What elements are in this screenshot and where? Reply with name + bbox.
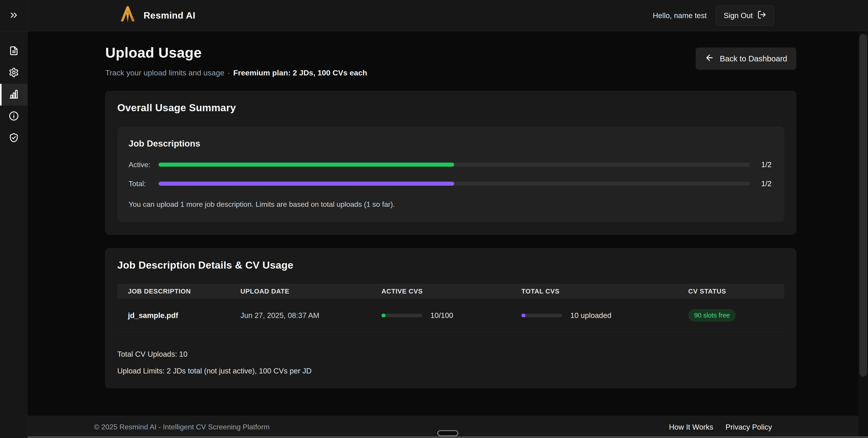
active-cvs-bar-track	[381, 314, 422, 317]
total-bar-label: Total:	[129, 180, 158, 188]
job-descriptions-title: Job Descriptions	[129, 139, 772, 149]
total-cvs-cell: 10 uploaded	[521, 311, 688, 320]
overall-usage-title: Overall Usage Summary	[117, 102, 784, 114]
sidebar-expand-button[interactable]	[9, 10, 19, 21]
sidebar-header	[0, 0, 27, 31]
vertical-scrollbar-thumb[interactable]	[859, 34, 867, 377]
shield-check-icon	[9, 133, 19, 144]
total-bar-track	[158, 182, 750, 186]
privacy-policy-link[interactable]: Privacy Policy	[725, 423, 772, 432]
jd-table-header: JOB DESCRIPTION UPLOAD DATE ACTIVE CVS T…	[117, 284, 784, 299]
col-active-cvs: ACTIVE CVS	[381, 288, 521, 295]
user-greeting: Hello, name test	[653, 11, 707, 20]
back-to-dashboard-button[interactable]: Back to Dashboard	[696, 48, 796, 70]
total-bar-fill	[158, 182, 454, 186]
footer-links: How It Works Privacy Policy	[669, 423, 772, 432]
horizontal-scrollbar-track[interactable]	[28, 436, 868, 438]
topbar: Resmind AI Hello, name test Sign Out	[28, 0, 868, 31]
main-column: Resmind AI Hello, name test Sign Out Upl…	[28, 0, 868, 438]
active-cvs-value: 10/100	[430, 311, 453, 320]
page-subtitle: Track your upload limits and usage·Freem…	[105, 68, 367, 77]
total-jd-progress-row: Total: 1/2	[129, 179, 772, 188]
active-bar-label: Active:	[129, 160, 158, 169]
overall-usage-card: Overall Usage Summary Job Descriptions A…	[105, 91, 796, 235]
sign-out-button[interactable]: Sign Out	[716, 5, 774, 26]
content-area: Upload Usage Track your upload limits an…	[28, 31, 868, 416]
log-out-icon	[757, 10, 766, 21]
sidebar-item-documents[interactable]	[0, 40, 27, 62]
col-job-description: JOB DESCRIPTION	[128, 288, 241, 295]
how-it-works-link[interactable]: How It Works	[669, 423, 713, 432]
chevrons-right-icon	[9, 10, 19, 21]
page-header: Upload Usage Track your upload limits an…	[105, 45, 796, 77]
info-icon	[9, 111, 19, 122]
file-text-icon	[9, 46, 19, 57]
brand[interactable]: Resmind AI	[118, 4, 195, 27]
jd-details-title: Job Description Details & CV Usage	[117, 259, 784, 271]
active-bar-value: 1/2	[754, 160, 772, 169]
sidebar	[0, 0, 28, 438]
home-indicator-pill	[437, 430, 458, 436]
active-jd-progress-row: Active: 1/2	[129, 160, 772, 169]
sidebar-item-info[interactable]	[0, 106, 27, 127]
table-row[interactable]: jd_sample.pdf Jun 27, 2025, 08:37 AM 10/…	[117, 299, 784, 332]
cv-status-cell: 90 slots free	[688, 309, 774, 322]
jd-details-card: Job Description Details & CV Usage JOB D…	[105, 248, 796, 388]
col-total-cvs: TOTAL CVS	[521, 288, 688, 295]
sidebar-item-security[interactable]	[0, 127, 27, 149]
total-cvs-bar-track	[521, 314, 562, 317]
jd-file-name: jd_sample.pdf	[128, 311, 241, 320]
back-button-label: Back to Dashboard	[720, 54, 787, 63]
col-upload-date: UPLOAD DATE	[241, 288, 381, 295]
subtitle-separator: ·	[227, 68, 230, 77]
upload-limit-note: You can upload 1 more job description. L…	[129, 200, 772, 209]
sidebar-nav	[0, 31, 27, 149]
col-cv-status: CV STATUS	[688, 288, 774, 295]
brand-name: Resmind AI	[144, 10, 195, 21]
job-descriptions-panel: Job Descriptions Active: 1/2 Total:	[117, 127, 784, 222]
jd-upload-date: Jun 27, 2025, 08:37 AM	[241, 311, 381, 320]
active-bar-track	[158, 163, 750, 167]
page-title: Upload Usage	[105, 45, 367, 61]
sign-out-label: Sign Out	[724, 11, 753, 20]
bar-chart-icon	[9, 89, 19, 100]
jd-table: JOB DESCRIPTION UPLOAD DATE ACTIVE CVS T…	[117, 284, 784, 332]
active-bar-fill	[158, 163, 454, 167]
total-bar-value: 1/2	[754, 179, 772, 188]
arrow-left-icon	[705, 53, 714, 64]
active-cvs-cell: 10/100	[381, 311, 521, 320]
active-cvs-bar-fill	[381, 314, 385, 317]
footer: © 2025 Resmind AI - Intelligent CV Scree…	[28, 416, 868, 438]
resmind-logo-icon	[118, 4, 138, 27]
sidebar-item-usage[interactable]	[0, 84, 27, 106]
usage-totals: Total CV Uploads: 10 Upload Limits: 2 JD…	[117, 350, 784, 375]
subtitle-plain: Track your upload limits and usage	[105, 68, 224, 77]
total-cvs-value: 10 uploaded	[570, 311, 612, 320]
sidebar-item-settings[interactable]	[0, 62, 27, 84]
subtitle-plan: Freemium plan: 2 JDs, 100 CVs each	[233, 68, 367, 77]
total-cv-uploads: Total CV Uploads: 10	[117, 350, 784, 358]
upload-limits: Upload Limits: 2 JDs total (not just act…	[117, 367, 784, 375]
copyright-text: © 2025 Resmind AI - Intelligent CV Scree…	[94, 423, 270, 431]
settings-gear-icon	[9, 67, 19, 79]
total-cvs-bar-fill	[521, 314, 525, 317]
app-screen: Resmind AI Hello, name test Sign Out Upl…	[0, 0, 868, 438]
status-badge: 90 slots free	[688, 309, 736, 322]
